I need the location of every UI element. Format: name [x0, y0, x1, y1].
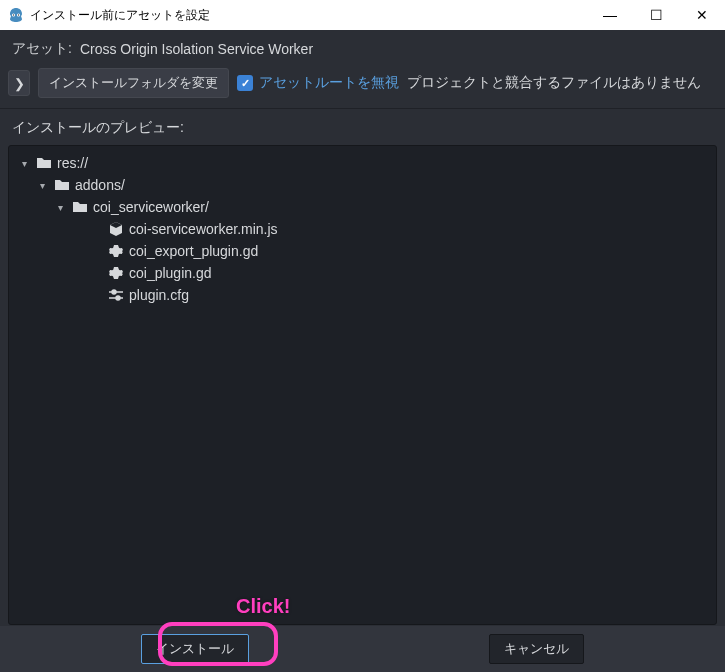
file-tree[interactable]: ▾res://▾addons/▾coi_serviceworker/coi-se… [8, 145, 717, 625]
asset-label: アセット: [12, 40, 72, 58]
cube-icon [107, 221, 125, 237]
ignore-root-label: アセットルートを無視 [259, 74, 399, 92]
tree-item-label: coi-serviceworker.min.js [129, 221, 278, 237]
chevron-down-icon: ▾ [53, 202, 67, 213]
change-install-folder-button[interactable]: インストールフォルダを変更 [38, 68, 229, 98]
ignore-root-checkbox[interactable]: ✓ アセットルートを無視 [237, 74, 399, 92]
folder-icon [53, 177, 71, 193]
app-icon [8, 7, 24, 23]
folder-icon [35, 155, 53, 171]
minimize-button[interactable]: — [587, 0, 633, 30]
tree-item-label: coi_export_plugin.gd [129, 243, 258, 259]
checkbox-checked-icon: ✓ [237, 75, 253, 91]
window-title: インストール前にアセットを設定 [30, 7, 587, 24]
titlebar: インストール前にアセットを設定 — ☐ ✕ [0, 0, 725, 30]
asset-row: アセット: Cross Origin Isolation Service Wor… [0, 30, 725, 64]
tree-item-label: coi_serviceworker/ [93, 199, 209, 215]
chevron-down-icon: ▾ [17, 158, 31, 169]
toolbar: ❯ インストールフォルダを変更 ✓ アセットルートを無視 プロジェクトと競合する… [0, 64, 725, 109]
tree-row[interactable]: plugin.cfg [13, 284, 712, 306]
gear-icon [107, 265, 125, 281]
tree-item-label: addons/ [75, 177, 125, 193]
no-conflicts-status: プロジェクトと競合するファイルはありません [407, 74, 701, 92]
svg-point-3 [18, 14, 19, 15]
tree-item-label: plugin.cfg [129, 287, 189, 303]
tree-item-label: coi_plugin.gd [129, 265, 212, 281]
tree-row[interactable]: coi_plugin.gd [13, 262, 712, 284]
tree-row[interactable]: ▾res:// [13, 152, 712, 174]
tree-row[interactable]: coi_export_plugin.gd [13, 240, 712, 262]
asset-name: Cross Origin Isolation Service Worker [80, 41, 313, 57]
dialog-footer: インストール キャンセル [0, 626, 725, 672]
cancel-button[interactable]: キャンセル [489, 634, 584, 664]
chevron-right-icon: ❯ [14, 76, 25, 91]
folder-icon [71, 199, 89, 215]
tree-row[interactable]: coi-serviceworker.min.js [13, 218, 712, 240]
gear-icon [107, 243, 125, 259]
chevron-down-icon: ▾ [35, 180, 49, 191]
cfg-icon [107, 287, 125, 303]
expand-button[interactable]: ❯ [8, 70, 30, 96]
install-button[interactable]: インストール [141, 634, 249, 664]
tree-row[interactable]: ▾coi_serviceworker/ [13, 196, 712, 218]
close-button[interactable]: ✕ [679, 0, 725, 30]
tree-row[interactable]: ▾addons/ [13, 174, 712, 196]
svg-point-2 [13, 14, 14, 15]
maximize-button[interactable]: ☐ [633, 0, 679, 30]
tree-item-label: res:// [57, 155, 88, 171]
preview-label: インストールのプレビュー: [0, 109, 725, 145]
